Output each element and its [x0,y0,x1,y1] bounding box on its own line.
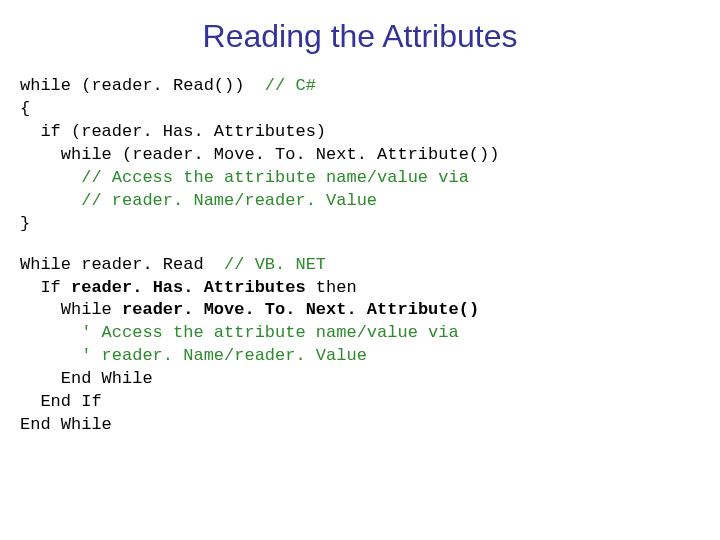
code-line: While reader. Read [20,255,224,274]
code-comment: // Access the attribute name/value via [20,168,469,187]
code-line: { [20,99,30,118]
code-line: while (reader. Move. To. Next. Attribute… [20,145,499,164]
code-comment: ' reader. Name/reader. Value [20,346,367,365]
code-line: If [20,278,71,297]
vbnet-code-block: While reader. Read // VB. NET If reader.… [20,254,700,438]
code-comment: // VB. NET [224,255,326,274]
code-line: while (reader. Read()) [20,76,265,95]
code-line: While [20,300,122,319]
code-line: End While [20,415,112,434]
code-bold: reader. Has. Attributes [71,278,306,297]
code-comment: // C# [265,76,316,95]
code-bold: reader. Move. To. Next. Attribute() [122,300,479,319]
code-line: } [20,214,30,233]
code-comment: // reader. Name/reader. Value [20,191,377,210]
slide-container: Reading the Attributes while (reader. Re… [0,0,720,475]
code-line: End If [20,392,102,411]
code-line: then [306,278,357,297]
code-comment: ' Access the attribute name/value via [20,323,459,342]
code-line: if (reader. Has. Attributes) [20,122,326,141]
code-line: End While [20,369,153,388]
slide-title: Reading the Attributes [20,18,700,55]
csharp-code-block: while (reader. Read()) // C# { if (reade… [20,75,700,236]
